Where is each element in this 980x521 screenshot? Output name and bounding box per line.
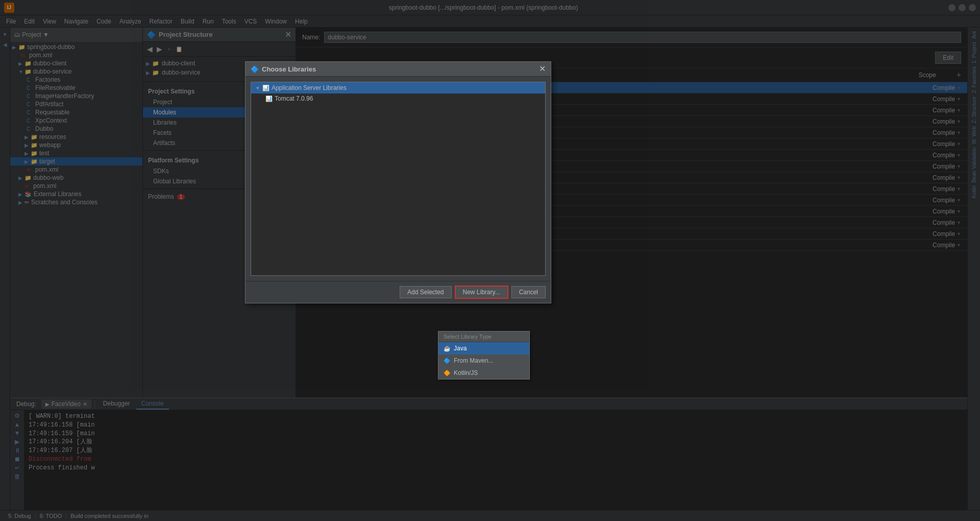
lib-group-expand-icon: ▼	[255, 85, 260, 91]
maven-icon: 🔷	[444, 358, 451, 364]
menu-section-label: Select Library Type	[438, 331, 529, 342]
lib-item-icon: 📊	[265, 96, 273, 102]
add-selected-button[interactable]: Add Selected	[400, 286, 451, 298]
lib-group-icon: 📊	[262, 85, 270, 91]
lib-group-label: Application Server Libraries	[272, 84, 347, 91]
new-library-button[interactable]: New Library...	[455, 286, 508, 299]
dialog-title: 🔷 Choose Libraries	[251, 65, 316, 73]
new-lib-java-label: Java	[454, 345, 467, 352]
dialog-footer: Add Selected New Library... Cancel	[246, 281, 551, 303]
dialog-body: ▼ 📊 Application Server Libraries 📊 Tomca…	[246, 77, 551, 281]
kotlin-icon: 🔶	[444, 370, 451, 376]
choose-libraries-dialog: 🔷 Choose Libraries ✕ ▼ 📊 Application Ser…	[245, 61, 551, 303]
new-lib-kotlin-label: Kotlin/JS	[454, 369, 478, 376]
dialog-close-button[interactable]: ✕	[539, 65, 546, 73]
new-lib-item-java[interactable]: ☕ Java	[438, 342, 529, 354]
new-library-menu: Select Library Type ☕ Java 🔷 From Maven.…	[438, 331, 530, 380]
lib-item-label: Tomcat 7.0.96	[275, 95, 313, 102]
dialog-title-bar: 🔷 Choose Libraries ✕	[246, 62, 551, 77]
java-icon: ☕	[444, 345, 451, 352]
new-lib-maven-label: From Maven...	[454, 357, 493, 364]
lib-group-app-server[interactable]: ▼ 📊 Application Server Libraries	[251, 82, 545, 93]
dialog-icon: 🔷	[251, 65, 259, 73]
new-lib-item-maven[interactable]: 🔷 From Maven...	[438, 354, 529, 367]
cancel-button[interactable]: Cancel	[511, 286, 546, 298]
library-tree[interactable]: ▼ 📊 Application Server Libraries 📊 Tomca…	[251, 82, 546, 276]
new-lib-item-kotlin[interactable]: 🔶 Kotlin/JS	[438, 367, 529, 379]
lib-item-tomcat[interactable]: 📊 Tomcat 7.0.96	[251, 93, 545, 104]
